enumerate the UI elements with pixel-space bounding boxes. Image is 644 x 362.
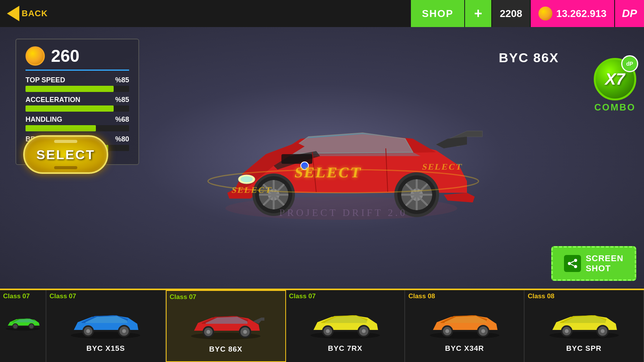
car-card-5[interactable]: Class 08 BYC X34R <box>405 290 525 362</box>
car-card-3-thumbnail <box>170 302 282 344</box>
handling-bar-fill <box>26 125 96 131</box>
coin-icon <box>538 7 552 20</box>
car-svg-container: SELECT SELECT SELECT PROJECT DRIFT 2.0 <box>196 88 486 235</box>
back-button[interactable]: BACK <box>0 6 55 21</box>
car-card-5-class: Class 08 <box>408 292 435 300</box>
car-card-3-class: Class 07 <box>170 293 196 301</box>
svg-text:SELECT: SELECT <box>293 164 363 180</box>
select-btn-deco-top <box>54 140 77 143</box>
back-label: BACK <box>22 8 48 19</box>
car-thumb-2-svg <box>67 306 144 339</box>
combo-dp-icon: dP <box>621 55 638 72</box>
svg-point-51 <box>243 330 247 334</box>
acceleration-bar-fill <box>26 105 114 112</box>
stat-handling: HANDLING %68 <box>26 116 129 131</box>
svg-point-62 <box>445 329 449 333</box>
car-card-1-class: Class 07 <box>3 292 30 300</box>
car-card-3-name: BYC 86X <box>209 345 242 354</box>
screenshot-button[interactable]: SCREENSHOT <box>551 246 636 281</box>
svg-point-58 <box>362 329 366 333</box>
svg-text:SELECT: SELECT <box>421 162 464 172</box>
stat-top-speed-labels: TOP SPEED %85 <box>26 76 129 84</box>
car-card-6-class: Class 08 <box>528 292 554 300</box>
combo-badge: dP X7 COMBO <box>594 58 636 113</box>
share-svg <box>567 258 578 269</box>
green-currency-value: 2208 <box>500 8 522 20</box>
svg-point-35 <box>13 324 17 328</box>
svg-point-29 <box>568 262 571 265</box>
dp-label: DP <box>622 7 637 20</box>
car-strip: Class 07 Class 07 <box>0 289 644 362</box>
car-thumb-3-svg <box>187 307 264 340</box>
car-card-6-name: BYC SPR <box>566 344 601 353</box>
main-car-svg: SELECT SELECT SELECT PROJECT DRIFT 2.0 <box>196 88 486 224</box>
price-coin-icon <box>26 46 45 66</box>
coins-block: 13.262.913 <box>530 0 614 27</box>
acceleration-label: ACCELERATION <box>26 96 80 104</box>
svg-text:PROJECT DRIFT 2.0: PROJECT DRIFT 2.0 <box>279 207 407 218</box>
svg-point-44 <box>122 329 126 333</box>
top-speed-label: TOP SPEED <box>26 76 65 84</box>
stat-acceleration-labels: ACCELERATION %85 <box>26 96 129 104</box>
coins-value: 13.262.913 <box>556 8 607 20</box>
car-display-area: SELECT SELECT SELECT PROJECT DRIFT 2.0 <box>116 35 567 289</box>
top-speed-bar-fill <box>26 86 114 92</box>
car-card-4-name: BYC 7RX <box>328 344 362 353</box>
svg-point-48 <box>206 330 210 334</box>
car-card-6-thumbnail <box>528 301 640 343</box>
car-thumb-6-svg <box>545 306 623 339</box>
car-card-6[interactable]: Class 08 BYC SPR <box>525 290 644 362</box>
svg-point-37 <box>29 324 34 328</box>
select-btn-deco-bottom <box>54 166 77 169</box>
svg-point-33 <box>6 327 40 330</box>
car-card-2-thumbnail <box>49 301 162 343</box>
combo-label: COMBO <box>595 102 636 113</box>
select-button[interactable]: SELECT <box>23 135 108 174</box>
car-card-3[interactable]: Class 07 BYC 86X <box>166 290 286 362</box>
car-thumb-5-svg <box>426 306 503 339</box>
car-card-4[interactable]: Class 07 BYC 7RX <box>286 290 405 362</box>
svg-line-31 <box>571 261 574 263</box>
combo-multiplier: X7 <box>605 70 625 88</box>
combo-circle: dP X7 <box>594 58 636 100</box>
screenshot-label: SCREENSHOT <box>586 253 624 274</box>
stat-top-speed: TOP SPEED %85 <box>26 76 129 92</box>
car-card-5-thumbnail <box>408 301 521 343</box>
share-icon <box>564 255 581 272</box>
car-card-1-thumbnail <box>3 301 43 343</box>
car-card-2[interactable]: Class 07 BYC X15S <box>46 290 166 362</box>
svg-point-72 <box>601 329 605 333</box>
stat-header: 260 <box>26 46 129 71</box>
topbar-right: SHOP + 2208 13.262.913 DP <box>411 0 644 27</box>
stat-handling-labels: HANDLING %68 <box>26 116 129 124</box>
svg-line-32 <box>571 264 574 266</box>
main-area: 260 TOP SPEED %85 ACCELERATION %85 HANDL… <box>0 27 644 289</box>
svg-point-28 <box>574 259 577 262</box>
car-thumb-1-svg <box>3 312 42 333</box>
car-card-2-name: BYC X15S <box>86 344 125 353</box>
dp-block: DP <box>614 0 644 27</box>
shop-button[interactable]: SHOP <box>411 0 464 27</box>
car-card-2-class: Class 07 <box>49 292 76 300</box>
topbar: BACK SHOP + 2208 13.262.913 DP <box>0 0 644 27</box>
plus-button[interactable]: + <box>464 0 491 27</box>
car-price: 260 <box>51 46 79 66</box>
svg-point-41 <box>86 329 90 333</box>
svg-point-21 <box>240 176 253 182</box>
car-card-4-class: Class 07 <box>289 292 316 300</box>
svg-point-65 <box>481 329 485 333</box>
svg-point-30 <box>574 265 577 268</box>
handling-label: HANDLING <box>26 116 62 124</box>
car-thumb-4-svg <box>307 306 384 339</box>
green-currency-block: 2208 <box>491 0 530 27</box>
car-card-1[interactable]: Class 07 <box>0 290 46 362</box>
svg-point-55 <box>326 329 330 333</box>
car-card-5-name: BYC X34R <box>445 344 484 353</box>
select-button-label: SELECT <box>36 147 95 162</box>
svg-rect-1 <box>281 154 312 164</box>
acceleration-bar-bg <box>26 105 129 112</box>
top-speed-bar-bg <box>26 86 129 92</box>
svg-point-69 <box>565 329 569 333</box>
handling-bar-bg <box>26 125 129 131</box>
car-card-4-thumbnail <box>289 301 402 343</box>
